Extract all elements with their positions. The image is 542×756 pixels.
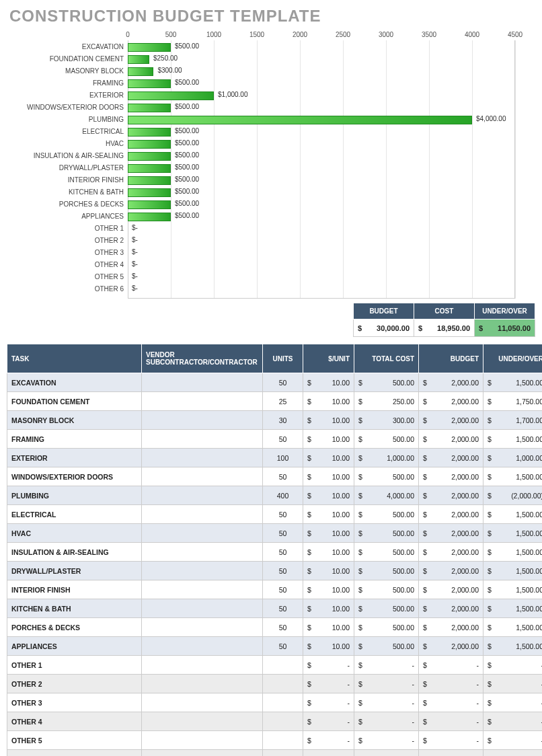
table-row: PORCHES & DECKS50$10.00$500.00$2,000.00$… xyxy=(7,618,543,637)
summary-cost: $18,950.00 xyxy=(414,319,475,337)
chart-category-label: WINDOWS/EXTERIOR DOORS xyxy=(27,104,128,111)
budget-table: TASK VENDOR SUBCONTRACTOR/CONTRACTOR UNI… xyxy=(7,344,542,756)
chart-value-label: $500.00 xyxy=(171,151,199,159)
table-row: HVAC50$10.00$500.00$2,000.00$1,500.00 xyxy=(7,524,543,543)
chart-category-label: PORCHES & DECKS xyxy=(59,200,128,208)
chart-bar: DRYWALL/PLASTER$500.00 xyxy=(128,163,515,175)
chart-bar: INSULATION & AIR-SEALING$500.00 xyxy=(128,151,515,163)
chart-bar: FRAMING$500.00 xyxy=(128,78,515,90)
col-perunit: $/UNIT xyxy=(303,344,354,373)
chart-category-label: OTHER 4 xyxy=(95,261,128,268)
col-task: TASK xyxy=(7,344,142,373)
table-row: WINDOWS/EXTERIOR DOORS50$10.00$500.00$2,… xyxy=(7,467,543,486)
chart-value-label: $- xyxy=(128,248,138,256)
table-row: PLUMBING400$10.00$4,000.00$2,000.00$(2,0… xyxy=(7,486,543,505)
col-underover: UNDER/OVER xyxy=(483,344,543,373)
table-row: MASONRY BLOCK30$10.00$300.00$2,000.00$1,… xyxy=(7,411,543,430)
chart-value-label: $- xyxy=(128,236,138,243)
xaxis-tick: 1500 xyxy=(249,31,264,38)
chart-category-label: MASONRY BLOCK xyxy=(65,67,128,75)
chart-category-label: OTHER 2 xyxy=(95,237,128,244)
chart-bar: INTERIOR FINISH$500.00 xyxy=(128,175,515,187)
chart-value-label: $250.00 xyxy=(149,54,178,62)
xaxis-tick: 2000 xyxy=(293,31,307,38)
chart-value-label: $- xyxy=(128,260,138,268)
xaxis-tick: 0 xyxy=(126,31,130,38)
chart-category-label: OTHER 1 xyxy=(95,225,128,232)
table-row: EXCAVATION50$10.00$500.00$2,000.00$1,500… xyxy=(7,373,543,392)
chart-bar: APPLIANCES$500.00 xyxy=(128,211,515,223)
chart-bar: OTHER 5$- xyxy=(128,272,515,284)
chart-value-label: $1,000.00 xyxy=(214,91,248,98)
col-units: UNITS xyxy=(263,344,303,373)
xaxis-tick: 4000 xyxy=(465,31,479,38)
chart-value-label: $500.00 xyxy=(171,163,199,171)
chart-category-label: PLUMBING xyxy=(89,116,128,123)
table-row: KITCHEN & BATH50$10.00$500.00$2,000.00$1… xyxy=(7,599,543,618)
chart-bar: EXCAVATION$500.00 xyxy=(128,42,515,54)
chart-category-label: INTERIOR FINISH xyxy=(68,176,128,184)
xaxis-tick: 3000 xyxy=(379,31,393,38)
summary-underover: $11,050.00 xyxy=(475,319,535,337)
chart-value-label: $500.00 xyxy=(171,200,199,207)
xaxis-tick: 500 xyxy=(165,31,177,38)
table-row: OTHER 6$-$-$-$- xyxy=(7,750,543,757)
table-row: OTHER 2$-$-$-$- xyxy=(7,675,543,693)
chart-bar: OTHER 6$- xyxy=(128,284,515,296)
chart-value-label: $300.00 xyxy=(153,67,182,74)
col-total: TOTAL COST xyxy=(354,344,419,373)
chart-bar: OTHER 1$- xyxy=(128,223,515,235)
chart-value-label: $500.00 xyxy=(171,42,199,50)
chart-bar: PLUMBING$4,000.00 xyxy=(128,114,515,126)
chart-bar: FOUNDATION CEMENT$250.00 xyxy=(128,54,515,66)
table-row: ELECTRICAL50$10.00$500.00$2,000.00$1,500… xyxy=(7,505,543,524)
table-row: APPLIANCES50$10.00$500.00$2,000.00$1,500… xyxy=(7,637,543,656)
table-row: OTHER 1$-$-$-$- xyxy=(7,656,543,675)
chart-value-label: $500.00 xyxy=(171,176,199,183)
page-title: CONSTRUCTION BUDGET TEMPLATE xyxy=(9,7,535,26)
chart-value-label: $500.00 xyxy=(171,139,199,147)
chart-bar: EXTERIOR$1,000.00 xyxy=(128,90,515,102)
summary-header-cost: COST xyxy=(414,303,475,319)
chart-bar: PORCHES & DECKS$500.00 xyxy=(128,199,515,211)
chart-value-label: $500.00 xyxy=(171,79,199,86)
chart-bar: ELECTRICAL$500.00 xyxy=(128,126,515,139)
col-vendor: VENDOR SUBCONTRACTOR/CONTRACTOR xyxy=(142,344,263,373)
chart-value-label: $500.00 xyxy=(171,103,199,110)
chart-value-label: $- xyxy=(128,272,138,280)
table-row: OTHER 5$-$-$-$- xyxy=(7,731,543,750)
chart-category-label: ELECTRICAL xyxy=(82,128,128,135)
summary-budget: $30,000.00 xyxy=(354,319,414,337)
chart-category-label: OTHER 5 xyxy=(95,273,128,280)
xaxis-tick: 1000 xyxy=(206,31,221,38)
table-row: INSULATION & AIR-SEALING50$10.00$500.00$… xyxy=(7,543,543,562)
table-row: FOUNDATION CEMENT25$10.00$250.00$2,000.0… xyxy=(7,392,543,411)
summary-box: BUDGET COST UNDER/OVER $30,000.00 $18,95… xyxy=(7,303,535,337)
chart-bar: MASONRY BLOCK$300.00 xyxy=(128,66,515,78)
chart-category-label: DRYWALL/PLASTER xyxy=(59,164,128,172)
chart-category-label: FOUNDATION CEMENT xyxy=(50,55,128,63)
bar-chart: 050010001500200025003000350040004500EXCA… xyxy=(7,30,535,299)
table-row: OTHER 4$-$-$-$- xyxy=(7,712,543,731)
chart-category-label: APPLIANCES xyxy=(81,213,128,220)
table-row: EXTERIOR100$10.00$1,000.00$2,000.00$1,00… xyxy=(7,449,543,467)
chart-category-label: OTHER 6 xyxy=(95,285,128,293)
summary-header-budget: BUDGET xyxy=(354,303,414,319)
chart-category-label: EXTERIOR xyxy=(89,91,128,99)
chart-category-label: HVAC xyxy=(106,140,128,147)
chart-bar: OTHER 3$- xyxy=(128,248,515,260)
chart-category-label: KITCHEN & BATH xyxy=(69,188,128,196)
chart-value-label: $500.00 xyxy=(171,212,199,219)
table-row: FRAMING50$10.00$500.00$2,000.00$1,500.00 xyxy=(7,430,543,449)
xaxis-tick: 4500 xyxy=(508,31,522,38)
chart-value-label: $500.00 xyxy=(171,188,199,195)
chart-value-label: $- xyxy=(128,285,138,292)
xaxis-tick: 3500 xyxy=(422,31,436,38)
table-row: INTERIOR FINISH50$10.00$500.00$2,000.00$… xyxy=(7,580,543,599)
table-row: OTHER 3$-$-$-$- xyxy=(7,693,543,712)
chart-category-label: OTHER 3 xyxy=(95,249,128,256)
xaxis-tick: 2500 xyxy=(336,31,350,38)
chart-bar: OTHER 2$- xyxy=(128,235,515,248)
summary-header-underover: UNDER/OVER xyxy=(475,303,535,319)
chart-bar: OTHER 4$- xyxy=(128,260,515,272)
